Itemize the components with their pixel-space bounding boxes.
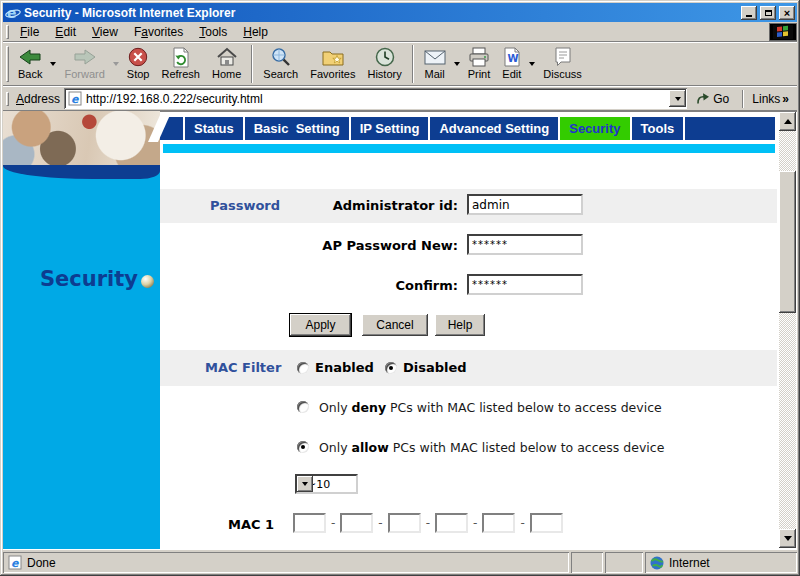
edit-button[interactable]: W Edit xyxy=(496,44,527,84)
toolbar-separator xyxy=(251,45,253,83)
mac1-octet-3[interactable] xyxy=(388,513,421,533)
apply-button[interactable]: Apply xyxy=(290,314,351,336)
page-viewport: Security Status Basic Setting IP Setting… xyxy=(3,111,797,549)
menu-help[interactable]: Help xyxy=(235,23,276,41)
allow-radio[interactable] xyxy=(297,441,309,453)
menu-file[interactable]: File xyxy=(12,23,47,41)
confirm-password-input[interactable] xyxy=(467,274,583,295)
tab-ip-setting[interactable]: IP Setting xyxy=(349,117,429,140)
mac1-octet-4[interactable] xyxy=(435,513,468,533)
vertical-scrollbar[interactable] xyxy=(779,112,796,548)
scroll-up-arrow-icon xyxy=(784,119,792,124)
deny-option-label: Only deny PCs with MAC listed below to a… xyxy=(319,400,662,415)
ie-page-icon: e xyxy=(8,555,22,570)
mac1-octet-1[interactable] xyxy=(293,513,326,533)
search-button[interactable]: Search xyxy=(257,44,304,84)
restore-button[interactable] xyxy=(760,6,776,20)
page-navbar: Status Basic Setting IP Setting Advanced… xyxy=(140,117,775,140)
back-dropdown-arrow-icon[interactable] xyxy=(50,62,56,66)
scrollbar-thumb[interactable] xyxy=(779,171,796,313)
tab-basic-setting[interactable]: Basic Setting xyxy=(243,117,349,140)
address-dropdown-button[interactable] xyxy=(669,90,686,107)
go-button[interactable]: Go xyxy=(691,92,734,106)
mac-disabled-radio[interactable] xyxy=(385,362,397,374)
mac-separator: - xyxy=(378,516,382,530)
minimize-button[interactable] xyxy=(741,6,757,20)
ie-logo-icon: e xyxy=(5,5,21,20)
status-pane xyxy=(571,552,603,573)
tab-tools[interactable]: Tools xyxy=(630,117,686,140)
edit-dropdown-arrow-icon[interactable] xyxy=(529,62,535,66)
mac-separator: - xyxy=(473,516,477,530)
toolbar-grip[interactable] xyxy=(6,46,9,82)
search-icon xyxy=(271,46,291,68)
mac1-inputs-row: - - - - - xyxy=(293,513,563,533)
close-button[interactable]: × xyxy=(779,6,795,20)
home-button[interactable]: Home xyxy=(206,44,247,84)
stop-icon xyxy=(128,46,148,68)
mac1-octet-5[interactable] xyxy=(482,513,515,533)
menu-tools[interactable]: Tools xyxy=(191,23,235,41)
select-dropdown-button[interactable] xyxy=(297,476,313,492)
mac-separator: - xyxy=(426,516,430,530)
menubar-grip[interactable] xyxy=(6,25,9,39)
forward-icon xyxy=(73,46,97,68)
zone-text: Internet xyxy=(669,556,710,570)
minimize-icon xyxy=(746,15,752,17)
ie-page-icon: e xyxy=(68,91,82,106)
new-password-input[interactable] xyxy=(467,234,583,255)
windows-logo-throbber xyxy=(769,23,797,41)
browser-window: e Security - Microsoft Internet Explorer… xyxy=(0,0,800,576)
url-input[interactable] xyxy=(86,92,665,106)
security-zone-pane: Internet xyxy=(645,552,797,573)
tab-security[interactable]: Security xyxy=(558,117,629,140)
mail-icon xyxy=(424,46,446,68)
links-bar[interactable]: Links » xyxy=(752,92,793,106)
address-label: Address xyxy=(16,92,60,106)
menu-view[interactable]: View xyxy=(84,23,126,41)
dropdown-arrow-icon xyxy=(675,97,681,101)
deny-radio[interactable] xyxy=(297,401,309,413)
mail-dropdown-arrow-icon[interactable] xyxy=(454,62,460,66)
mail-button[interactable]: Mail xyxy=(418,44,452,84)
forward-button[interactable]: Forward xyxy=(58,44,110,84)
help-button[interactable]: Help xyxy=(435,314,485,336)
tab-status[interactable]: Status xyxy=(183,117,243,140)
mac-enabled-label: Enabled xyxy=(315,360,374,375)
cyan-stripe xyxy=(163,144,775,153)
print-button[interactable]: Print xyxy=(462,44,497,84)
forward-dropdown-arrow-icon[interactable] xyxy=(113,62,119,66)
address-field[interactable]: e xyxy=(64,88,687,109)
status-bar: e Done Internet xyxy=(3,549,797,573)
mac-enabled-radio[interactable] xyxy=(297,362,309,374)
back-button[interactable]: Back xyxy=(12,44,48,84)
refresh-button[interactable]: Refresh xyxy=(155,44,206,84)
menu-favorites[interactable]: Favorites xyxy=(126,23,191,41)
close-icon: × xyxy=(784,7,790,19)
scroll-up-button[interactable] xyxy=(779,112,796,131)
tab-advanced-setting[interactable]: Advanced Setting xyxy=(428,117,558,140)
links-chevron-icon[interactable]: » xyxy=(782,92,789,106)
menu-edit[interactable]: Edit xyxy=(47,23,84,41)
edit-icon: W xyxy=(503,46,521,68)
admin-id-input[interactable] xyxy=(467,194,583,215)
mac1-label: MAC 1 xyxy=(228,517,274,532)
banner-photo xyxy=(3,111,160,165)
mac-filter-section-label: MAC Filter xyxy=(205,360,281,375)
favorites-button[interactable]: Favorites xyxy=(304,44,361,84)
scroll-down-arrow-icon xyxy=(784,536,792,541)
address-bar: Address e Go Links » xyxy=(3,86,797,111)
scroll-down-button[interactable] xyxy=(779,529,796,548)
mac1-octet-6[interactable] xyxy=(530,513,563,533)
mac-range-select[interactable]: 1~10 xyxy=(295,474,358,494)
cancel-button[interactable]: Cancel xyxy=(362,314,428,336)
addressbar-grip[interactable] xyxy=(6,92,9,106)
discuss-button[interactable]: Discuss xyxy=(537,44,588,84)
confirm-password-label: Confirm: xyxy=(273,278,458,293)
mac1-octet-2[interactable] xyxy=(340,513,373,533)
history-button[interactable]: History xyxy=(361,44,407,84)
page-title: Security xyxy=(3,267,138,291)
back-icon xyxy=(18,46,42,68)
admin-id-label: Administrator id: xyxy=(273,198,458,213)
stop-button[interactable]: Stop xyxy=(121,44,156,84)
